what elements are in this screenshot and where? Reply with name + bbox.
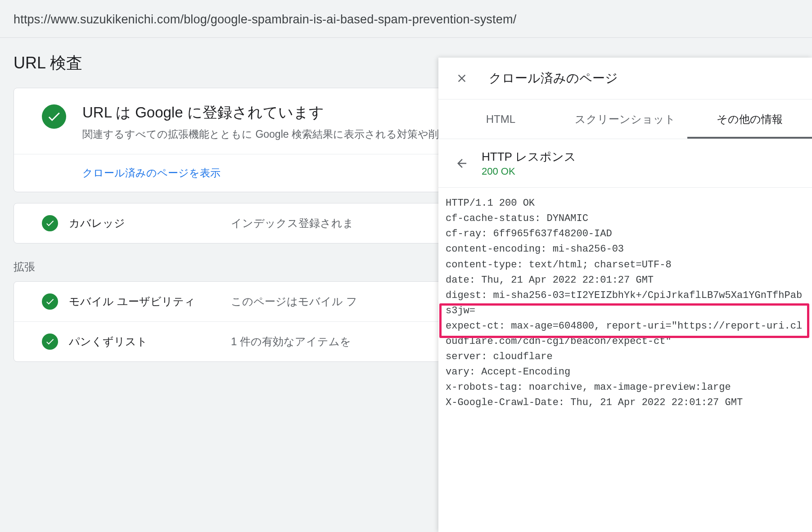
tab-html[interactable]: HTML: [438, 99, 563, 139]
back-button[interactable]: [451, 153, 473, 174]
response-title: HTTP レスポンス: [482, 149, 576, 165]
mobile-value: このページはモバイル フ: [231, 294, 357, 309]
tabs: HTML スクリーンショット その他の情報: [438, 99, 812, 139]
check-icon: [42, 215, 58, 231]
breadcrumb-label: パンくずリスト: [69, 334, 231, 349]
panel-header: クロール済みのページ: [438, 58, 812, 99]
side-panel: クロール済みのページ HTML スクリーンショット その他の情報 HTTP レス…: [438, 58, 812, 532]
check-icon: [42, 104, 66, 129]
check-icon: [42, 334, 58, 350]
response-status: 200 OK: [482, 166, 576, 177]
mobile-label: モバイル ユーザビリティ: [69, 294, 231, 309]
panel-title: クロール済みのページ: [489, 70, 618, 87]
response-header: HTTP レスポンス 200 OK: [438, 139, 812, 188]
view-crawled-link[interactable]: クロール済みのページを表示: [82, 166, 221, 180]
close-button[interactable]: [451, 68, 473, 89]
coverage-value: インデックス登録されま: [231, 216, 354, 230]
http-headers[interactable]: HTTP/1.1 200 OK cf-cache-status: DYNAMIC…: [438, 188, 812, 419]
url-display: https://www.suzukikenichi.com/blog/googl…: [0, 0, 812, 38]
tab-screenshot[interactable]: スクリーンショット: [563, 99, 688, 139]
coverage-label: カバレッジ: [69, 216, 231, 230]
response-title-block: HTTP レスポンス 200 OK: [482, 149, 576, 177]
check-icon: [42, 293, 58, 310]
tab-other-info[interactable]: その他の情報: [687, 99, 812, 139]
breadcrumb-value: 1 件の有効なアイテムを: [231, 334, 351, 349]
close-icon: [456, 72, 468, 85]
arrow-left-icon: [455, 157, 469, 170]
